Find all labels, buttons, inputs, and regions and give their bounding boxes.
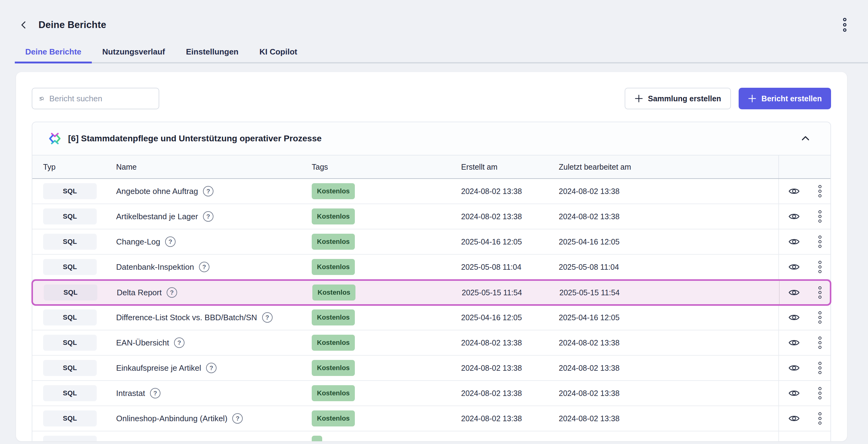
row-kebab-menu-icon[interactable] bbox=[817, 310, 823, 325]
create-collection-button[interactable]: Sammlung erstellen bbox=[625, 88, 731, 109]
kebab-dot bbox=[818, 261, 822, 264]
table-row[interactable]: SQL Intrastat ? Kostenlos 2024-08-02 13:… bbox=[32, 381, 830, 406]
type-cell: SQL bbox=[32, 229, 105, 254]
tags-cell: Kostenlos bbox=[301, 179, 450, 203]
create-report-button[interactable]: Bericht erstellen bbox=[739, 88, 831, 109]
report-name: Onlineshop-Anbindung (Artikel) bbox=[116, 414, 227, 423]
table-row[interactable]: ? bbox=[32, 432, 830, 441]
table-row[interactable]: SQL Artikelbestand je Lager ? Kostenlos … bbox=[32, 204, 830, 229]
preview-button[interactable] bbox=[787, 413, 801, 424]
actions-cell bbox=[778, 255, 830, 279]
help-icon[interactable]: ? bbox=[232, 413, 243, 424]
row-kebab-menu-icon[interactable] bbox=[817, 209, 823, 224]
page-kebab-menu-icon[interactable] bbox=[841, 16, 848, 34]
search-input[interactable] bbox=[49, 94, 152, 103]
tag-badge: Kostenlos bbox=[312, 360, 355, 376]
actions-cell bbox=[778, 330, 830, 355]
column-header-tags: Tags bbox=[301, 163, 450, 171]
collapse-section-button[interactable] bbox=[798, 133, 812, 145]
eye-icon bbox=[788, 363, 800, 372]
kebab-dot bbox=[818, 210, 822, 213]
type-cell: SQL bbox=[32, 305, 105, 330]
report-name: Datenbank-Inspektion bbox=[116, 262, 194, 272]
tab-deine-berichte[interactable]: Deine Berichte bbox=[15, 47, 92, 62]
help-icon[interactable]: ? bbox=[203, 186, 213, 196]
search-icon bbox=[38, 92, 44, 105]
preview-button[interactable] bbox=[787, 236, 801, 247]
search-box[interactable] bbox=[32, 88, 159, 109]
row-kebab-menu-icon[interactable] bbox=[817, 234, 823, 249]
toolbar-buttons: Sammlung erstellen Bericht erstellen bbox=[625, 88, 831, 109]
help-icon[interactable]: ? bbox=[167, 287, 177, 298]
created-at: 2024-08-02 13:38 bbox=[450, 381, 548, 406]
kebab-dot bbox=[843, 18, 846, 21]
help-icon[interactable]: ? bbox=[150, 388, 160, 399]
table-row[interactable]: SQL Angebote ohne Auftrag ? Kostenlos 20… bbox=[32, 179, 830, 204]
created-at: 2024-08-02 13:38 bbox=[450, 406, 548, 431]
kebab-dot bbox=[843, 28, 846, 32]
collection-header[interactable]: [6] Stammdatenpflege und Unterstützung o… bbox=[32, 122, 830, 155]
help-icon[interactable]: ? bbox=[203, 211, 213, 222]
created-at: 2025-05-15 11:54 bbox=[451, 281, 549, 304]
row-kebab-menu-icon[interactable] bbox=[817, 411, 823, 426]
name-cell: Intrastat ? bbox=[105, 381, 301, 406]
tags-cell: Kostenlos bbox=[301, 255, 450, 279]
back-button[interactable] bbox=[17, 18, 30, 32]
table-row[interactable]: SQL Delta Report ? Kostenlos 2025-05-15 … bbox=[31, 279, 831, 306]
table-row[interactable]: SQL Datenbank-Inspektion ? Kostenlos 202… bbox=[32, 255, 830, 280]
kebab-dot bbox=[818, 412, 822, 415]
help-icon[interactable]: ? bbox=[206, 363, 217, 373]
preview-button[interactable] bbox=[787, 337, 801, 348]
table-row[interactable]: SQL Onlineshop-Anbindung (Artikel) ? Kos… bbox=[32, 406, 830, 432]
help-icon[interactable]: ? bbox=[165, 236, 176, 247]
help-icon[interactable]: ? bbox=[262, 312, 273, 323]
type-cell: SQL bbox=[32, 179, 105, 203]
report-name: Artikelbestand je Lager bbox=[116, 212, 198, 221]
row-kebab-menu-icon[interactable] bbox=[817, 386, 823, 401]
kebab-dot bbox=[818, 291, 822, 294]
type-cell: SQL bbox=[32, 406, 105, 431]
eye-icon bbox=[788, 237, 800, 246]
preview-button[interactable] bbox=[787, 312, 801, 323]
column-header-name: Name bbox=[105, 163, 301, 171]
help-icon[interactable]: ? bbox=[199, 262, 210, 272]
preview-button[interactable] bbox=[787, 211, 801, 222]
row-kebab-menu-icon[interactable] bbox=[817, 260, 823, 274]
kebab-dot bbox=[818, 396, 822, 399]
table-row[interactable]: SQL Difference-List Stock vs. BBD/Batch/… bbox=[32, 305, 830, 330]
tab-nutzungsverlauf[interactable]: Nutzungsverlauf bbox=[92, 47, 176, 62]
preview-button[interactable] bbox=[787, 186, 801, 197]
preview-button[interactable] bbox=[787, 261, 801, 273]
preview-button[interactable] bbox=[787, 362, 801, 374]
tab-ki-copilot[interactable]: KI Copilot bbox=[249, 47, 308, 62]
actions-cell bbox=[778, 229, 830, 254]
kebab-dot bbox=[818, 240, 822, 243]
table-row[interactable]: SQL Einkaufspreise je Artikel ? Kostenlo… bbox=[32, 356, 830, 381]
type-cell: SQL bbox=[32, 330, 105, 355]
preview-button[interactable] bbox=[787, 287, 801, 298]
row-kebab-menu-icon[interactable] bbox=[817, 335, 823, 350]
row-kebab-menu-icon[interactable] bbox=[817, 285, 823, 300]
name-cell: Angebote ohne Auftrag ? bbox=[105, 179, 301, 203]
tags-cell: Kostenlos bbox=[301, 305, 450, 330]
kebab-dot bbox=[818, 185, 822, 188]
preview-button[interactable] bbox=[787, 388, 801, 399]
modified-at: 2025-04-16 12:05 bbox=[548, 229, 778, 254]
created-at: 2024-08-02 13:38 bbox=[450, 356, 548, 380]
kebab-dot bbox=[818, 371, 822, 374]
tag-badge: Kostenlos bbox=[312, 285, 355, 300]
tab-einstellungen[interactable]: Einstellungen bbox=[176, 47, 249, 62]
row-kebab-menu-icon[interactable] bbox=[817, 360, 823, 375]
table-row[interactable]: SQL EAN-Übersicht ? Kostenlos 2024-08-02… bbox=[32, 330, 830, 356]
tags-cell: Kostenlos bbox=[301, 330, 450, 355]
table-row[interactable]: SQL Change-Log ? Kostenlos 2025-04-16 12… bbox=[32, 229, 830, 255]
column-header-created: Erstellt am bbox=[450, 163, 548, 171]
name-cell: Difference-List Stock vs. BBD/Batch/SN ? bbox=[105, 305, 301, 330]
type-badge: SQL bbox=[43, 259, 97, 275]
tags-cell: Kostenlos bbox=[302, 281, 451, 304]
kebab-dot bbox=[818, 421, 822, 424]
row-kebab-menu-icon[interactable] bbox=[817, 184, 823, 199]
kebab-dot bbox=[818, 316, 822, 319]
help-icon[interactable]: ? bbox=[174, 338, 185, 348]
kebab-dot bbox=[818, 367, 822, 370]
